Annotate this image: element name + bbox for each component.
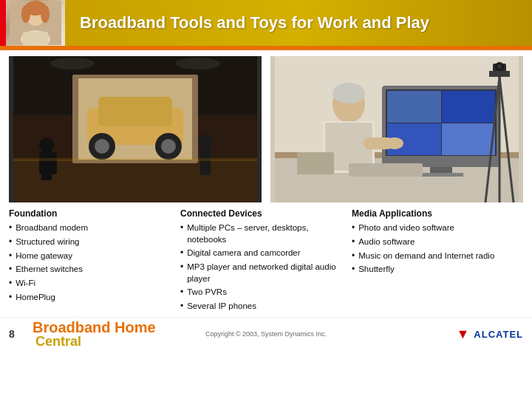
list-item: Ethernet switches — [9, 263, 174, 276]
svg-rect-47 — [489, 71, 510, 77]
foundation-heading: Foundation — [9, 208, 174, 219]
header: Broadband Tools and Toys for Work and Pl… — [0, 0, 532, 46]
stage-image — [9, 56, 262, 202]
brand-broadband: Broadband Home — [33, 320, 156, 335]
header-title-bar: Broadband Tools and Toys for Work and Pl… — [65, 0, 532, 46]
list-item: Several IP phones — [180, 300, 346, 313]
list-item: Structured wiring — [9, 236, 174, 248]
list-item: Broadband modem — [9, 222, 174, 234]
svg-rect-20 — [39, 152, 45, 174]
page-title: Broadband Tools and Toys for Work and Pl… — [80, 13, 429, 33]
list-item: Photo and video software — [352, 222, 517, 234]
list-item: MP3 player and networked digital audio p… — [180, 261, 346, 284]
svg-rect-6 — [23, 32, 48, 45]
svg-rect-21 — [51, 152, 57, 174]
header-accent — [0, 0, 6, 46]
svg-point-3 — [21, 5, 30, 23]
computer-svg — [270, 56, 523, 202]
svg-point-49 — [497, 64, 502, 69]
svg-rect-13 — [98, 97, 172, 126]
svg-rect-53 — [297, 152, 334, 174]
brand-central: Central — [35, 335, 156, 348]
svg-rect-45 — [349, 163, 423, 177]
media-column: Media Applications Photo and video softw… — [352, 208, 523, 314]
media-list: Photo and video software Audio software … — [352, 222, 517, 276]
list-item: Music on demand and Internet radio — [352, 250, 517, 262]
footer: 8 Broadband Home Central Copyright © 200… — [0, 317, 532, 351]
svg-rect-24 — [13, 158, 257, 161]
svg-point-15 — [95, 139, 109, 154]
list-item: Two PVRs — [180, 286, 346, 299]
svg-point-44 — [386, 137, 403, 149]
svg-point-25 — [50, 58, 95, 69]
page-number: 8 — [9, 328, 21, 340]
connected-column: Connected Devices Multiple PCs – server,… — [180, 208, 352, 314]
main-content: Foundation Broadband modem Structured wi… — [0, 50, 532, 317]
svg-rect-33 — [387, 91, 441, 123]
stage-svg — [9, 56, 262, 202]
list-item: Wi-Fi — [9, 277, 174, 290]
list-item: Audio software — [352, 236, 517, 248]
svg-point-26 — [176, 58, 220, 69]
list-item: Multiple PCs – server, desktops, noteboo… — [180, 222, 346, 245]
media-heading: Media Applications — [352, 208, 517, 219]
copyright-text: Copyright © 2003, System Dynamics Inc. — [205, 330, 327, 338]
svg-rect-36 — [442, 123, 495, 155]
person-photo-svg — [10, 1, 61, 45]
list-item: HomePlug — [9, 291, 174, 304]
chevron-icon: ▼ — [456, 327, 469, 342]
computer-image — [270, 56, 523, 202]
header-photo-inner — [6, 0, 65, 46]
list-item: Digital camera and camcorder — [180, 247, 346, 259]
footer-brand: Broadband Home Central — [33, 320, 156, 348]
text-columns: Foundation Broadband modem Structured wi… — [9, 208, 523, 317]
svg-rect-34 — [442, 91, 495, 123]
foundation-list: Broadband modem Structured wiring Home g… — [9, 222, 174, 304]
brand-text: Broadband Home Central — [33, 320, 156, 348]
alcatel-brand: ALCATEL — [474, 329, 523, 340]
list-item: Home gateway — [9, 250, 174, 262]
svg-point-4 — [41, 5, 50, 23]
svg-point-40 — [332, 83, 365, 103]
footer-logo: ▼ ALCATEL — [456, 327, 523, 342]
foundation-column: Foundation Broadband modem Structured wi… — [9, 208, 180, 314]
svg-rect-38 — [419, 173, 463, 177]
svg-point-22 — [199, 134, 212, 148]
connected-list: Multiple PCs – server, desktops, noteboo… — [180, 222, 346, 313]
svg-point-18 — [39, 137, 54, 152]
list-item: Shutterfly — [352, 263, 517, 276]
svg-point-17 — [161, 139, 176, 154]
header-photo — [6, 0, 65, 46]
connected-heading: Connected Devices — [180, 208, 346, 219]
images-row — [9, 56, 523, 202]
